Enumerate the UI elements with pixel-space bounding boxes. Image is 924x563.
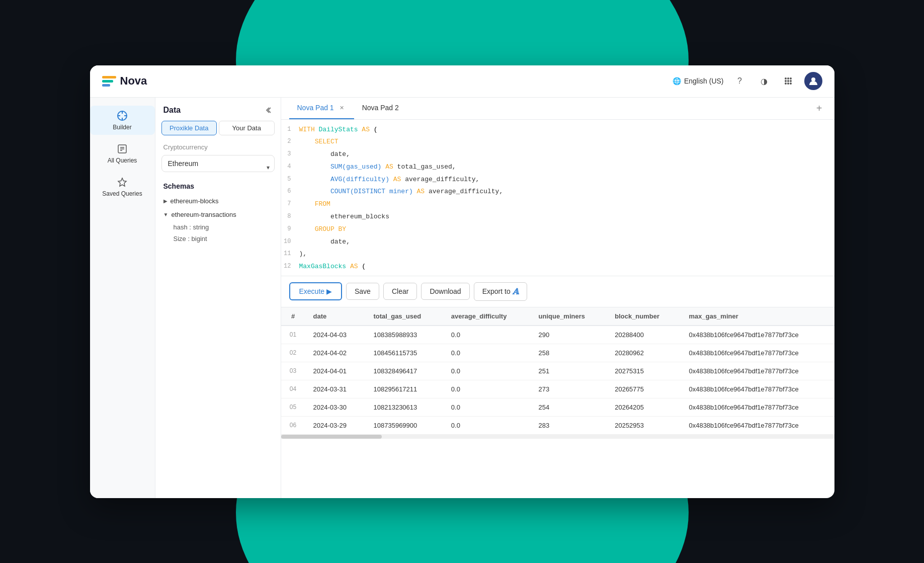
clear-button[interactable]: Clear (383, 283, 417, 300)
code-line: 6 COUNT(DISTINCT miner) AS average_diffi… (281, 186, 834, 198)
code-line: 12 MaxGasBlocks AS ( (281, 261, 834, 273)
execute-button[interactable]: Execute ▶ (289, 282, 342, 300)
language-label: English (US) (684, 77, 724, 85)
cell-date: 2024-03-30 (305, 398, 366, 416)
line-number: 6 (281, 187, 299, 196)
svg-point-0 (785, 77, 787, 79)
grid-icon (783, 76, 793, 86)
line-content: date, (299, 149, 834, 160)
cell-num: 05 (281, 398, 305, 416)
logo-icon (102, 74, 116, 88)
cell-date: 2024-03-31 (305, 380, 366, 398)
tab-your-data[interactable]: Your Data (219, 121, 275, 135)
avatar[interactable] (804, 72, 822, 90)
cell-max_gas_miner: 0x4838b106fce9647bdf1e7877bf73ce (681, 362, 834, 380)
code-line: 1 WITH DailyStats AS ( (281, 124, 834, 136)
table-row: 022024-04-021084561157350.0258202809620x… (281, 344, 834, 362)
col-header-total-gas: total_gas_used (366, 307, 443, 326)
editor-area: Nova Pad 1 ✕ Nova Pad 2 + 1 WITH DailySt… (281, 98, 834, 498)
logo: Nova (102, 74, 147, 88)
tab-nova-pad-2[interactable]: Nova Pad 2 (354, 98, 407, 120)
cryptocurrency-label: Cryptocurrency (155, 141, 281, 155)
tab-proxikle-data[interactable]: Proxikle Data (161, 121, 217, 135)
saved-queries-icon (116, 176, 128, 188)
main-content: Builder All Queries (90, 98, 834, 498)
help-button[interactable]: ? (732, 73, 748, 89)
code-line: 9 GROUP BY (281, 223, 834, 236)
add-tab-button[interactable]: + (812, 101, 826, 115)
cell-max_gas_miner: 0x4838b106fce9647bdf1e7877bf73ce (681, 380, 834, 398)
svg-point-9 (811, 77, 815, 82)
collapse-button[interactable] (264, 106, 273, 115)
user-icon (808, 76, 818, 86)
logo-bar-3 (102, 84, 110, 87)
line-content: COUNT(DISTINCT miner) AS average_difficu… (299, 187, 834, 197)
col-header-num: # (281, 307, 305, 326)
line-content: date, (299, 237, 834, 248)
line-number: 10 (281, 237, 299, 247)
results-table: # date total_gas_used average_difficulty… (281, 307, 834, 435)
line-number: 9 (281, 224, 299, 234)
grid-menu-button[interactable] (780, 73, 796, 89)
cell-block_number: 20265775 (607, 380, 681, 398)
code-line: 5 AVG(difficulty) AS average_difficulty, (281, 174, 834, 186)
cell-average_difficulty: 0.0 (443, 380, 531, 398)
line-number: 8 (281, 212, 299, 221)
sidebar-item-all-queries[interactable]: All Queries (90, 139, 155, 168)
help-icon: ? (737, 76, 742, 86)
cell-max_gas_miner: 0x4838b106fce9647bdf1e7877bf73ce (681, 398, 834, 416)
data-tabs: Proxikle Data Your Data (155, 121, 281, 141)
all-queries-label: All Queries (108, 157, 137, 164)
logo-bar-1 (102, 76, 116, 78)
cell-unique_miners: 258 (531, 344, 607, 362)
builder-icon (116, 110, 128, 122)
cell-num: 06 (281, 416, 305, 434)
cell-average_difficulty: 0.0 (443, 416, 531, 434)
save-button[interactable]: Save (346, 283, 379, 300)
col-header-unique-miners: unique_miners (531, 307, 607, 326)
line-content: WITH DailyStats AS ( (299, 125, 834, 135)
line-content: AVG(difficulty) AS average_difficulty, (299, 175, 834, 185)
sidebar-item-saved-queries[interactable]: Saved Queries (90, 172, 155, 201)
cell-unique_miners: 273 (531, 380, 607, 398)
schema-item-ethereum-transactions[interactable]: ▼ ethereum-transactions (155, 208, 281, 221)
table-row: 012024-04-031083859889330.0290202884000x… (281, 326, 834, 344)
scrollbar-thumb[interactable] (281, 435, 382, 439)
svg-point-1 (787, 77, 789, 79)
sidebar-item-builder[interactable]: Builder (90, 106, 155, 135)
tab-close-pad1[interactable]: ✕ (338, 104, 346, 112)
line-number: 1 (281, 125, 299, 134)
schema-child-size: Size : bigint (155, 233, 281, 245)
col-header-max-gas-miner: max_gas_miner (681, 307, 834, 326)
code-line: 11 ), (281, 248, 834, 261)
language-selector[interactable]: 🌐 English (US) (673, 77, 724, 85)
export-button[interactable]: Export to 𝔸 (474, 282, 527, 301)
download-button[interactable]: Download (421, 283, 469, 300)
line-content: GROUP BY (299, 224, 834, 235)
theme-icon: ◑ (761, 76, 768, 86)
schema-name-blocks: ethereum-blocks (171, 197, 219, 205)
header-right: 🌐 English (US) ? ◑ (673, 72, 822, 90)
results-area[interactable]: # date total_gas_used average_difficulty… (281, 307, 834, 498)
schema-item-ethereum-blocks[interactable]: ▶ ethereum-blocks (155, 194, 281, 208)
app-name: Nova (120, 74, 147, 88)
cell-num: 04 (281, 380, 305, 398)
svg-point-8 (790, 83, 792, 85)
cell-unique_miners: 290 (531, 326, 607, 344)
schema-name-transactions: ethereum-transactions (171, 211, 236, 218)
tabs-bar: Nova Pad 1 ✕ Nova Pad 2 + (281, 98, 834, 120)
cell-num: 02 (281, 344, 305, 362)
theme-toggle[interactable]: ◑ (756, 73, 772, 89)
tab-nova-pad-1[interactable]: Nova Pad 1 ✕ (289, 98, 354, 120)
cell-total_gas_used: 108213230613 (366, 398, 443, 416)
horizontal-scrollbar[interactable] (281, 435, 834, 439)
expand-arrow-icon: ▶ (163, 198, 167, 204)
crypto-dropdown[interactable]: Ethereum Bitcoin Solana (161, 155, 275, 172)
header: Nova 🌐 English (US) ? ◑ (90, 65, 834, 98)
builder-label: Builder (113, 124, 131, 131)
code-editor[interactable]: 1 WITH DailyStats AS ( 2 SELECT 3 date, … (281, 120, 834, 276)
cell-average_difficulty: 0.0 (443, 326, 531, 344)
line-number: 2 (281, 137, 299, 146)
tab-label-pad2: Nova Pad 2 (362, 104, 399, 112)
code-line: 10 date, (281, 236, 834, 249)
